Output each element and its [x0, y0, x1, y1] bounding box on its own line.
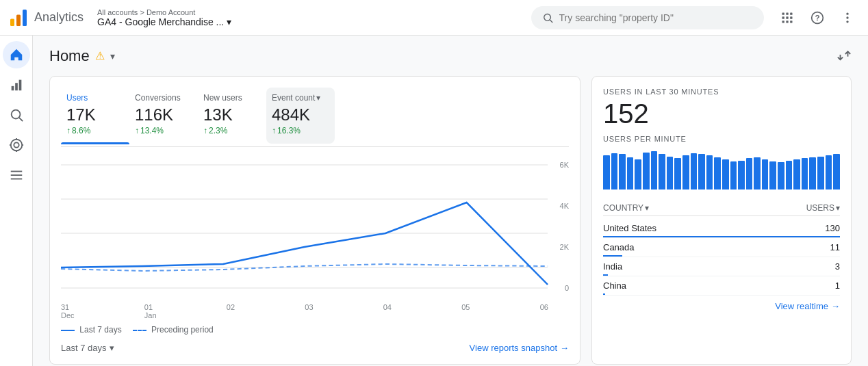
country-name-1: Canada [603, 242, 635, 252]
svg-rect-9 [786, 16, 788, 18]
y-label-4k: 4K [548, 202, 569, 210]
svg-point-22 [11, 110, 20, 119]
mini-bar-28 [826, 155, 832, 189]
country-row-0: United States130 [603, 219, 840, 238]
x-label-06: 06 [540, 303, 548, 319]
svg-rect-7 [790, 12, 792, 14]
title-dropdown-icon[interactable]: ▾ [110, 51, 115, 62]
mini-bar-2 [619, 154, 626, 189]
x-label-02: 02 [227, 303, 235, 319]
mini-bar-11 [691, 153, 698, 189]
realtime-header: USERS IN LAST 30 MINUTES [603, 88, 840, 96]
mini-bar-21 [769, 161, 776, 189]
svg-point-3 [544, 14, 551, 21]
country-bar-1 [603, 255, 622, 257]
y-label-6k: 6K [548, 161, 569, 169]
mini-bar-16 [730, 161, 737, 189]
list-icon [9, 168, 24, 183]
svg-point-17 [846, 16, 848, 18]
metric-conversions-change: 13.4% [135, 126, 184, 135]
view-realtime-link[interactable]: View realtime → [775, 301, 840, 311]
top-nav: Analytics All accounts > Demo Account GA… [0, 0, 868, 36]
mini-bar-23 [786, 161, 793, 189]
warning-icon[interactable]: ⚠ [95, 49, 105, 62]
realtime-footer: View realtime → [603, 301, 840, 311]
mini-bar-6 [651, 151, 658, 189]
property-selector[interactable]: All accounts > Demo Account GA4 - Google… [97, 8, 231, 27]
sidebar-item-explore[interactable] [3, 101, 30, 129]
breadcrumb: All accounts > Demo Account [97, 8, 231, 16]
reports-icon [9, 77, 24, 92]
more-button[interactable] [835, 5, 860, 30]
main-content: Home ⚠ ▾ Users 17K [33, 36, 868, 366]
analytics-logo [8, 8, 29, 28]
app-title: Analytics [34, 10, 84, 25]
page-title-row: Home ⚠ ▾ [49, 47, 115, 65]
svg-rect-31 [10, 174, 22, 176]
svg-line-4 [550, 20, 552, 23]
metric-users-label: Users [66, 93, 116, 103]
sidebar-item-reports[interactable] [3, 71, 30, 99]
country-bar-2 [603, 274, 608, 276]
mini-bar-27 [817, 157, 824, 189]
country-bar-3 [603, 293, 605, 295]
sidebar-item-home[interactable] [3, 41, 30, 68]
svg-rect-20 [15, 83, 18, 90]
sidebar-item-configure[interactable] [3, 161, 30, 189]
country-sort-icon: ▾ [645, 203, 649, 213]
svg-point-16 [846, 12, 848, 14]
users-column-header[interactable]: USERS ▾ [806, 203, 840, 213]
metric-conversions-value: 116K [135, 105, 184, 125]
country-column-header[interactable]: COUNTRY ▾ [603, 203, 649, 213]
mini-bar-15 [722, 159, 729, 189]
view-reports-link[interactable]: View reports snapshot → [470, 343, 569, 353]
search-bar[interactable] [531, 6, 764, 29]
svg-rect-1 [16, 14, 21, 26]
apps-button[interactable] [775, 5, 800, 30]
mini-bar-4 [635, 159, 641, 189]
mini-bar-8 [667, 157, 674, 189]
mini-bar-13 [706, 155, 713, 189]
mini-bar-20 [762, 159, 769, 189]
metric-conversions-label: Conversions [135, 93, 184, 103]
svg-rect-30 [10, 171, 22, 172]
country-users-0: 130 [825, 223, 840, 233]
metric-users[interactable]: Users 17K 8.6% [61, 88, 129, 144]
metric-new-users[interactable]: New users 13K 2.3% [198, 88, 266, 144]
property-name[interactable]: GA4 - Google Merchandise ... ▾ [97, 16, 231, 27]
svg-rect-13 [790, 21, 792, 23]
property-dropdown-icon: ▾ [227, 16, 231, 27]
sidebar-item-advertising[interactable] [3, 131, 30, 159]
event-count-dropdown-icon: ▾ [316, 93, 320, 103]
period-selector[interactable]: Last 7 days ▾ [61, 343, 114, 353]
x-label-04: 04 [383, 303, 392, 319]
page-header: Home ⚠ ▾ [49, 47, 852, 65]
help-button[interactable]: ? [805, 5, 830, 30]
mini-bar-25 [802, 158, 808, 189]
main-chart-card: Users 17K 8.6% Conversions 116K 13.4% Ne… [49, 76, 580, 365]
svg-rect-8 [782, 16, 784, 18]
search-input[interactable] [559, 12, 753, 23]
period-dropdown-icon: ▾ [110, 343, 114, 353]
svg-rect-2 [23, 10, 27, 26]
more-vert-icon [841, 11, 854, 25]
svg-rect-5 [782, 12, 784, 14]
metric-users-change: 8.6% [66, 126, 116, 135]
mini-bar-12 [698, 154, 705, 189]
mini-bar-10 [682, 155, 689, 189]
metric-event-count[interactable]: Event count ▾ 484K 16.3% [266, 88, 335, 144]
x-label-dec31: 31Dec [61, 303, 75, 319]
legend-dashed: Preceding period [133, 325, 214, 335]
mini-bar-9 [674, 158, 681, 189]
mini-bar-1 [611, 153, 618, 189]
metric-conversions[interactable]: Conversions 116K 13.4% [129, 88, 198, 144]
svg-rect-21 [18, 80, 21, 91]
customize-icon[interactable] [837, 47, 852, 65]
country-name-0: United States [603, 223, 656, 233]
metric-event-count-label: Event count ▾ [272, 93, 321, 103]
chart-y-labels: 6K 4K 2K 0 [548, 158, 569, 295]
help-icon: ? [810, 11, 824, 25]
realtime-arrow-icon: → [831, 301, 840, 311]
mini-bar-29 [833, 154, 840, 189]
svg-rect-12 [786, 21, 788, 23]
